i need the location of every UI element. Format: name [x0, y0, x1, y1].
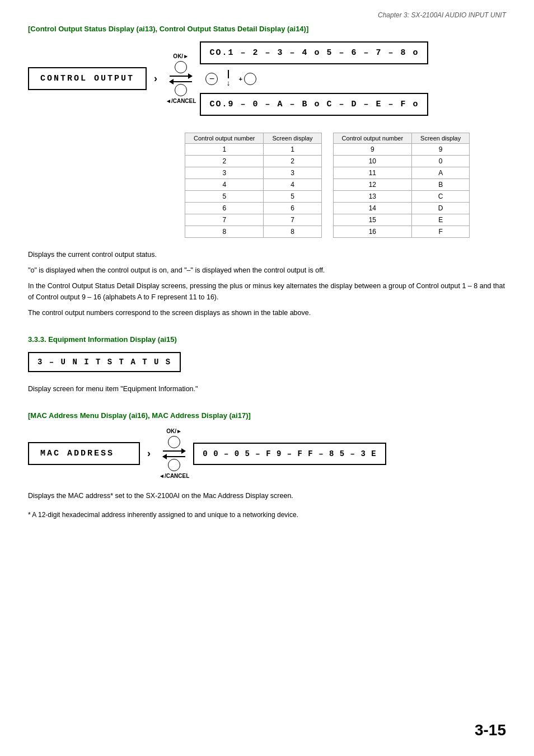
right-arrow-icon [170, 76, 192, 77]
table-row: 16F [333, 226, 470, 238]
table-row: 11A [333, 167, 470, 179]
table-row: 44 [185, 179, 322, 191]
section1-desc-1: Displays the current control output stat… [28, 249, 506, 260]
output-tables: Control output number Screen display 11 … [185, 133, 506, 238]
col-header-screen-display-left: Screen display [264, 133, 321, 144]
mac-chevron-right-icon: › [147, 448, 151, 459]
section2-description: Display screen for menu item "Equipment … [28, 383, 506, 395]
mac-right-arrow-icon [163, 450, 185, 452]
section1-title: [Control Output Status Display (ai13), C… [28, 25, 506, 33]
mac-cancel-label: ◄/CANCEL [159, 473, 189, 479]
table-row: 55 [185, 191, 322, 203]
minus-button[interactable]: − [205, 73, 218, 85]
down-arrow-icon: ↓ [226, 78, 230, 87]
plus-label: + [238, 76, 242, 82]
right-display-group: CO.1 – 2 – 3 – 4 o 5 – 6 – 7 – 8 o − ↓ + [200, 41, 428, 116]
co-display-9-f: CO.9 – 0 – A – B o C – D – E – F o [200, 93, 428, 116]
chevron-right-icon: › [154, 73, 157, 84]
table-row: 15E [333, 214, 470, 226]
mac-value-display: 0 0 – 0 5 – F 9 – F F – 8 5 – 3 E [193, 443, 386, 465]
col-header-screen-display-right: Screen display [412, 133, 470, 144]
section1-desc-3: In the Control Output Status Detail Disp… [28, 280, 506, 303]
section3-title: [MAC Address Menu Display (ai16), MAC Ad… [28, 411, 506, 420]
cancel-button[interactable] [175, 84, 187, 96]
table-row: 12B [333, 179, 470, 191]
table-row: 14D [333, 203, 470, 214]
table-row: 33 [185, 167, 322, 179]
section3-footnote: * A 12-digit hexadecimal address inheren… [28, 510, 506, 520]
section1-desc-4: The control output numbers correspond to… [28, 307, 506, 318]
section2-title: 3.3.3. Equipment Information Display (ai… [28, 335, 506, 344]
table-row: 77 [185, 214, 322, 226]
unit-status-display: 3 – U N I T S T A T U S [28, 352, 181, 372]
table-row: 22 [185, 156, 322, 167]
control-output-display: CONTROL OUTPUT [28, 67, 147, 90]
mac-ok-button[interactable] [168, 436, 180, 448]
plus-button[interactable] [244, 73, 256, 85]
vertical-line [228, 70, 229, 78]
mac-ok-label: OK/► [166, 428, 182, 434]
chapter-header: Chapter 3: SX-2100AI AUDIO INPUT UNIT [28, 11, 506, 19]
table-row: 66 [185, 203, 322, 214]
page-number: 3-15 [475, 721, 506, 739]
co-display-1-8: CO.1 – 2 – 3 – 4 o 5 – 6 – 7 – 8 o [200, 41, 428, 64]
col-header-control-number-left: Control output number [185, 133, 264, 144]
table-right: Control output number Screen display 99 … [333, 133, 470, 238]
minus-icon: − [209, 74, 214, 84]
ok-button[interactable] [175, 61, 187, 73]
left-arrow-icon [170, 81, 192, 82]
ok-label: OK/► [173, 53, 189, 59]
mac-cancel-button[interactable] [168, 459, 180, 471]
mac-address-display: MAC ADDRESS [28, 442, 140, 465]
table-row: 88 [185, 226, 322, 238]
mac-left-arrow-icon [163, 456, 185, 457]
table-row: 13C [333, 191, 470, 203]
table-row: 99 [333, 144, 470, 156]
col-header-control-number-right: Control output number [333, 133, 411, 144]
section3-desc-1: Displays the MAC address* set to the SX-… [28, 490, 506, 501]
table-row: 100 [333, 156, 470, 167]
cancel-label: ◄/CANCEL [166, 98, 196, 104]
table-row: 11 [185, 144, 322, 156]
table-left: Control output number Screen display 11 … [185, 133, 322, 238]
section1-desc-2: "o" is displayed when the control output… [28, 265, 506, 276]
